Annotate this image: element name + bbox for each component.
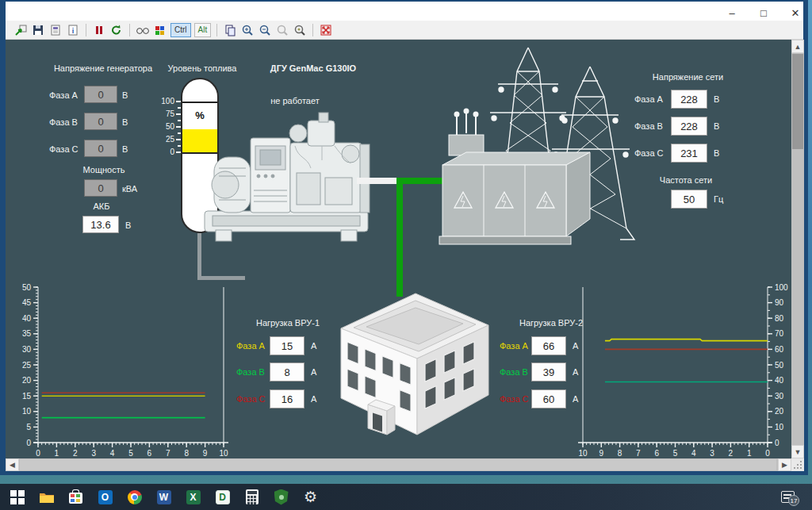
copy-icon[interactable] bbox=[222, 22, 238, 38]
toolbar: i Ctrl Alt bbox=[6, 21, 803, 40]
zoom-out-icon[interactable] bbox=[257, 22, 273, 38]
vru1-phase-c-unit: А bbox=[311, 394, 316, 404]
palette-icon[interactable] bbox=[152, 22, 168, 38]
power-grid-illustration bbox=[435, 40, 642, 247]
svg-text:80: 80 bbox=[775, 314, 784, 323]
svg-text:40: 40 bbox=[22, 314, 32, 323]
frequency-label: Частота сети bbox=[642, 175, 730, 185]
svg-text:20: 20 bbox=[22, 376, 32, 385]
gen-phase-a-unit: В bbox=[122, 90, 128, 100]
vru2-phase-c-label: Фаза С bbox=[500, 394, 529, 404]
svg-text:50: 50 bbox=[22, 283, 32, 292]
chrome-icon[interactable] bbox=[124, 486, 145, 508]
vru1-phase-a-label: Фаза А bbox=[236, 341, 265, 351]
svg-text:3: 3 bbox=[710, 449, 714, 458]
building-illustration bbox=[333, 279, 496, 436]
fuel-scale-50: 50 bbox=[151, 122, 174, 131]
notification-badge: 17 bbox=[788, 495, 799, 506]
vru1-trend-chart: 01234567891005101520253035404550 bbox=[21, 279, 235, 462]
generator-panel-title: Напряжение генератора bbox=[44, 63, 163, 73]
battery-value: 13.6 bbox=[82, 216, 119, 233]
mains-phase-c-value: 231 bbox=[671, 144, 707, 163]
refresh-icon[interactable] bbox=[109, 22, 124, 38]
svg-text:5: 5 bbox=[26, 423, 31, 431]
settings-gear-icon[interactable]: ⚙ bbox=[300, 486, 321, 508]
vru2-trend-chart: 0123456789100102030405060708090100 bbox=[576, 279, 796, 462]
svg-text:4: 4 bbox=[691, 449, 696, 458]
pause-icon[interactable] bbox=[91, 22, 107, 38]
scroll-right-button[interactable]: ▶ bbox=[778, 458, 791, 471]
maximize-button[interactable]: □ bbox=[749, 3, 778, 22]
svg-text:70: 70 bbox=[775, 329, 784, 338]
outlook-icon[interactable]: O bbox=[94, 486, 116, 508]
gen-phase-b-label: Фаза В bbox=[49, 117, 78, 127]
save-icon[interactable] bbox=[30, 22, 46, 38]
svg-text:9: 9 bbox=[203, 449, 208, 458]
svg-text:8: 8 bbox=[184, 449, 189, 458]
export-icon[interactable] bbox=[13, 22, 29, 38]
scroll-left-button[interactable]: ◀ bbox=[6, 458, 19, 471]
mains-phase-b-value: 228 bbox=[671, 117, 707, 136]
scroll-up-button[interactable]: ▲ bbox=[791, 40, 804, 53]
d-app-icon[interactable]: D bbox=[212, 486, 233, 508]
genset-title: ДГУ GenMac G130IO bbox=[250, 63, 377, 73]
gen-phase-b-value: 0 bbox=[84, 113, 117, 130]
svg-text:2: 2 bbox=[729, 449, 733, 458]
vru2-phase-a-label: Фаза А bbox=[500, 341, 528, 351]
svg-text:8: 8 bbox=[618, 449, 622, 458]
horizontal-scrollbar[interactable]: ◀ ▶ bbox=[6, 458, 791, 471]
vertical-scrollbar[interactable]: ▲ ▼ bbox=[791, 40, 804, 458]
title-bar: – □ ✕ bbox=[6, 0, 803, 21]
security-shield-icon[interactable] bbox=[270, 486, 292, 508]
zoom-100-icon[interactable] bbox=[274, 22, 290, 38]
window-border-left bbox=[0, 0, 6, 475]
power-unit: кВА bbox=[122, 184, 137, 194]
svg-text:10: 10 bbox=[219, 449, 228, 458]
microsoft-store-icon[interactable] bbox=[65, 486, 86, 508]
minimize-button[interactable]: – bbox=[718, 3, 746, 22]
svg-text:2: 2 bbox=[73, 449, 78, 458]
gen-phase-c-unit: В bbox=[122, 144, 128, 154]
calculator-icon[interactable] bbox=[241, 486, 262, 508]
zoom-in-icon[interactable] bbox=[239, 22, 255, 38]
fuel-pipe-vertical bbox=[197, 233, 201, 279]
mains-phase-b-unit: В bbox=[714, 121, 719, 131]
svg-text:6: 6 bbox=[654, 449, 659, 458]
svg-text:6: 6 bbox=[147, 449, 152, 458]
horizontal-scroll-thumb[interactable] bbox=[20, 459, 776, 470]
svg-text:40: 40 bbox=[775, 376, 784, 385]
fuel-scale-100: 100 bbox=[151, 97, 174, 105]
mains-phase-c-unit: В bbox=[714, 148, 719, 158]
word-icon[interactable]: W bbox=[153, 486, 174, 508]
alt-key-button[interactable]: Alt bbox=[194, 23, 212, 37]
svg-text:7: 7 bbox=[636, 449, 641, 458]
vru1-phase-a-value: 15 bbox=[270, 336, 304, 355]
svg-text:45: 45 bbox=[22, 298, 32, 307]
resize-grip[interactable] bbox=[791, 458, 804, 471]
svg-text:9: 9 bbox=[599, 449, 604, 458]
file-explorer-icon[interactable] bbox=[36, 486, 57, 508]
zoom-custom-icon[interactable] bbox=[292, 22, 308, 38]
maximize-icon: □ bbox=[760, 7, 767, 19]
vru2-phase-a-value: 66 bbox=[531, 336, 566, 355]
generator-feed-line-inactive bbox=[357, 178, 400, 184]
svg-text:1: 1 bbox=[55, 449, 59, 458]
close-button[interactable]: ✕ bbox=[781, 3, 810, 22]
fullscreen-icon[interactable] bbox=[318, 22, 334, 38]
scroll-down-button[interactable]: ▼ bbox=[791, 445, 804, 458]
window-border-bottom bbox=[0, 471, 808, 475]
fuel-gauge-title: Уровень топлива bbox=[163, 63, 242, 73]
vru1-phase-c-label: Фаза С bbox=[236, 394, 266, 404]
gen-phase-c-label: Фаза С bbox=[49, 144, 79, 154]
vertical-scroll-thumb[interactable] bbox=[792, 54, 803, 149]
svg-text:90: 90 bbox=[775, 298, 784, 307]
view-icon[interactable] bbox=[135, 22, 151, 38]
excel-icon[interactable]: X bbox=[182, 486, 204, 508]
notification-center-icon[interactable]: 17 bbox=[777, 486, 799, 508]
start-button[interactable] bbox=[6, 486, 28, 508]
gen-phase-b-unit: В bbox=[122, 117, 128, 127]
report-icon[interactable] bbox=[48, 22, 63, 38]
mains-phase-a-label: Фаза А bbox=[634, 94, 663, 104]
document-info-icon[interactable]: i bbox=[65, 22, 81, 38]
ctrl-key-button[interactable]: Ctrl bbox=[170, 23, 191, 37]
